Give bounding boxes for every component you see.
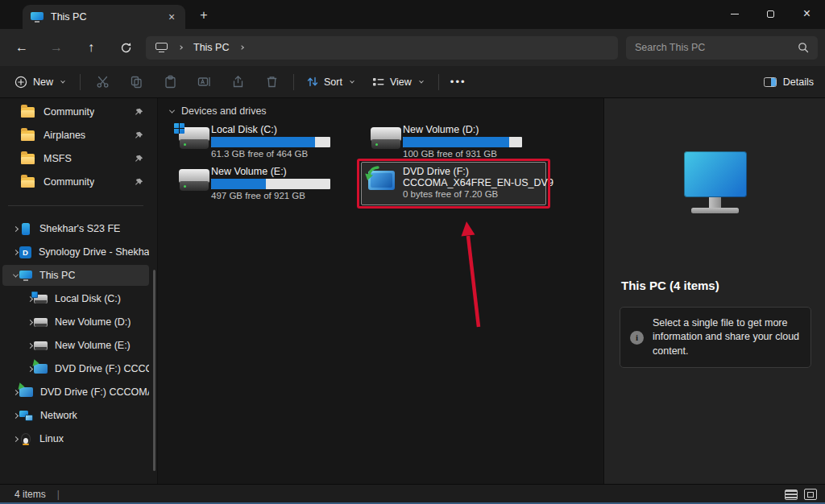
network-icon [19,411,33,421]
dvd-drive-icon [19,387,33,397]
share-button[interactable] [223,69,252,95]
pin-icon[interactable] [135,178,143,187]
view-icon [372,76,384,87]
toolbar-divider [438,74,439,90]
sidebar-item-this-pc[interactable]: This PC [2,265,149,286]
paste-button[interactable] [155,69,184,95]
command-bar: New [0,66,825,98]
chevron-right-icon[interactable] [11,227,19,231]
tab-this-pc[interactable]: This PC × [23,5,185,29]
sidebar-item-community-1[interactable]: Community [2,101,149,122]
capacity-bar [211,137,330,147]
pin-icon[interactable] [135,131,143,140]
breadcrumb-chevron-icon[interactable] [176,46,184,49]
info-message: Select a single file to get more informa… [653,316,801,359]
trash-icon [265,75,279,89]
cut-icon [96,75,110,89]
pin-icon[interactable] [135,108,143,117]
breadcrumb-chevron-icon[interactable] [238,46,246,49]
hard-drive-icon [179,169,209,191]
details-label: Details [783,76,814,88]
sidebar-item-msfs[interactable]: MSFS [2,148,149,169]
new-tab-button[interactable]: + [193,6,214,25]
close-button[interactable]: × [789,0,825,27]
group-header-label: Devices and drives [181,105,267,117]
sidebar-item-dvd-drive-child[interactable]: DVD Drive (F:) CCCOMA_X6 [2,358,149,379]
sort-icon [307,76,318,88]
this-pc-icon [31,12,44,23]
more-options-button[interactable]: ••• [450,76,466,88]
folder-icon [21,154,35,164]
item-count: 4 items [15,489,46,500]
copy-icon [130,75,143,89]
pin-icon[interactable] [135,155,143,163]
rename-button[interactable] [189,69,218,95]
chevron-down-icon[interactable] [11,274,19,278]
chevron-right-icon[interactable] [11,414,19,418]
sort-button[interactable]: Sort [299,69,364,95]
sidebar-item-synology-drive[interactable]: D Synology Drive - Shekhar-NA [2,242,149,262]
breadcrumb-this-pc[interactable]: This PC [193,42,229,53]
synology-drive-icon: D [19,246,31,258]
toolbar-divider [80,74,81,90]
sidebar-item-local-disk-c[interactable]: Local Disk (C:) [2,288,149,309]
refresh-button[interactable] [112,34,139,61]
paste-icon [164,75,177,89]
hard-drive-icon [371,127,401,149]
details-pane-title: This PC (4 items) [621,279,719,292]
window-controls: × [716,0,825,27]
details-view-button[interactable] [785,490,798,500]
info-message-box: i Select a single file to get more infor… [620,307,811,368]
drive-icon [34,318,48,327]
sidebar-item-airplanes[interactable]: Airplanes [2,125,149,146]
address-bar[interactable]: This PC [146,36,618,60]
maximize-button[interactable] [752,0,789,27]
view-button[interactable]: View [364,69,433,95]
chevron-down-icon [168,109,176,114]
new-button[interactable]: New [6,69,75,95]
large-icons-view-button[interactable] [804,489,817,500]
drive-name: New Volume (D:) [403,124,479,135]
chevron-right-icon[interactable] [11,250,19,254]
capacity-bar [211,179,330,189]
chevron-right-icon[interactable] [26,320,34,324]
sidebar-item-label: Local Disk (C:) [55,293,121,304]
sidebar-item-new-volume-d[interactable]: New Volume (D:) [2,312,149,333]
sidebar-scrollbar[interactable] [153,270,155,471]
up-button[interactable]: ↑ [77,34,105,61]
sidebar-item-dvd-drive-root[interactable]: DVD Drive (F:) CCCOMA_X64 [2,382,149,403]
delete-button[interactable] [257,69,286,95]
sidebar-item-label: MSFS [44,153,72,164]
minimize-button[interactable] [716,0,752,27]
details-pane-toggle[interactable]: Details [764,76,814,88]
chevron-right-icon[interactable] [11,390,19,395]
drive-free-space: 61.3 GB free of 464 GB [211,149,308,159]
dvd-drive-icon [34,364,48,374]
navigation-bar: ← → ↑ This PC [0,29,825,66]
folder-icon [21,177,35,188]
chevron-right-icon[interactable] [26,344,34,348]
copy-button[interactable] [122,69,151,95]
sidebar-item-network[interactable]: Network [2,405,149,426]
forward-button[interactable]: → [43,34,70,61]
back-button[interactable]: ← [8,34,35,61]
chevron-right-icon[interactable] [11,437,19,441]
drive-icon [34,341,48,350]
chevron-right-icon[interactable] [26,367,34,371]
tab-close-icon[interactable]: × [163,8,180,26]
chevron-down-icon [348,81,356,84]
sidebar-item-new-volume-e[interactable]: New Volume (E:) [2,335,149,356]
cut-button[interactable] [88,69,117,95]
windows-logo-icon [174,123,184,134]
sidebar-item-phone[interactable]: Shekhar's S23 FE [2,218,149,239]
details-pane: This PC (4 items) i Select a single file… [603,98,825,484]
sidebar-item-community-2[interactable]: Community [2,171,149,192]
drive-name: New Volume (E:) [211,166,287,177]
this-pc-breadcrumb-icon[interactable] [155,43,168,52]
view-label: View [390,76,412,88]
sidebar-item-linux[interactable]: Linux [2,428,149,449]
search-input[interactable] [635,42,798,53]
group-header-devices-and-drives[interactable]: Devices and drives [168,105,267,117]
folder-icon [21,107,35,118]
local-disk-icon [34,295,48,304]
